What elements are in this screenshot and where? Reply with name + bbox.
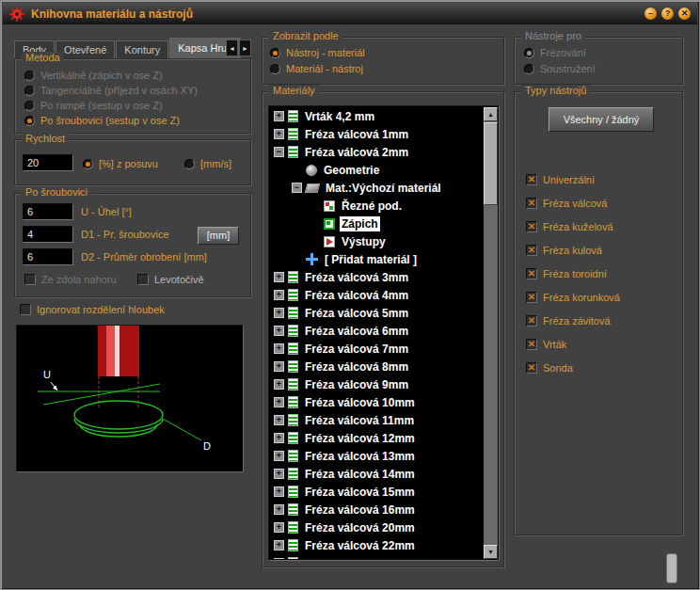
radio-soustruzeni[interactable]: Soustružení	[524, 62, 596, 75]
expand-icon[interactable]: +	[274, 272, 284, 282]
radio-frezovani[interactable]: Frézování	[524, 46, 586, 59]
expand-icon[interactable]: +	[274, 433, 284, 443]
radio-material-nastroj[interactable]: Materiál - nástroj	[270, 62, 363, 75]
expand-icon[interactable]: +	[274, 397, 284, 407]
collapse-icon[interactable]: −	[292, 183, 302, 193]
radio-vertikalne[interactable]: Vertikálně (zápich v ose Z)	[24, 69, 163, 82]
scroll-down-icon[interactable]: ▼	[484, 545, 498, 559]
speed-input[interactable]	[23, 154, 73, 171]
help-button[interactable]: ?	[661, 8, 674, 20]
expand-icon[interactable]: +	[274, 326, 284, 336]
checkbox-icon[interactable]: ✕	[526, 245, 537, 256]
tree-item-zapich[interactable]: Zápich	[270, 215, 484, 232]
materials-scrollbar[interactable]: ▲ ▼	[484, 107, 498, 559]
expand-icon[interactable]: +	[274, 558, 284, 559]
u-angle-input[interactable]	[23, 203, 73, 220]
expand-icon[interactable]: +	[274, 308, 284, 318]
tool-type-vrtak[interactable]: ✕Vrták	[526, 338, 620, 350]
tree-item-freza-valcova-12mm[interactable]: +Fréza válcová 12mm	[270, 429, 484, 447]
tree-item-freza-valcova-24mm[interactable]: +Fréza válcová 24mm	[270, 554, 484, 559]
checkbox-icon[interactable]: ✕	[526, 315, 537, 327]
tab-kontury[interactable]: Kontury	[116, 40, 168, 58]
expand-icon[interactable]: +	[274, 504, 284, 515]
tree-item-freza-valcova-14mm[interactable]: +Fréza válcová 14mm	[270, 465, 484, 483]
tree-item-freza-valcova-13mm[interactable]: +Fréza válcová 13mm	[270, 447, 484, 465]
radio-tangencialne[interactable]: Tangenciálně (příjezd v osách XY)	[24, 84, 198, 97]
tree-item-freza-valcova-22mm[interactable]: +Fréza válcová 22mm	[270, 536, 484, 554]
tree-item-freza-valcova-10mm[interactable]: +Fréza válcová 10mm	[270, 393, 484, 411]
close-button[interactable]: ✕	[678, 8, 691, 20]
tab-scroll-left-button[interactable]: ◄	[226, 40, 238, 56]
tool-type-univerzalni[interactable]: ✕Univerzální	[526, 173, 620, 185]
expand-icon[interactable]: +	[274, 129, 284, 139]
expand-icon[interactable]: +	[274, 469, 284, 479]
tree-item-freza-valcova-1mm[interactable]: +Fréza válcová 1mm	[270, 125, 484, 143]
mm-button[interactable]: [mm]	[198, 227, 239, 245]
expand-icon[interactable]: +	[274, 522, 284, 533]
checkbox-icon[interactable]	[24, 274, 36, 285]
checkbox-ignorovat-rozdeleni[interactable]: Ignorovat rozdělení hloubek	[20, 304, 165, 315]
checkbox-icon[interactable]	[20, 304, 31, 315]
checkbox-icon[interactable]: ✕	[526, 362, 537, 374]
checkbox-icon[interactable]	[137, 274, 149, 285]
tool-type-freza-kulova[interactable]: ✕Fréza kulová	[526, 244, 620, 256]
radio-po-rampe[interactable]: Po rampě (sestup v ose Z)	[24, 99, 163, 112]
tree-item-vrtak-4-2-mm[interactable]: +Vrták 4,2 mm	[270, 107, 484, 125]
tool-type-freza-toroidni[interactable]: ✕Fréza toroidní	[526, 267, 620, 279]
tool-type-freza-korunkova[interactable]: ✕Fréza korunková	[526, 291, 620, 303]
collapse-icon[interactable]: −	[274, 147, 284, 157]
radio-mm-s[interactable]: [mm/s]	[184, 157, 231, 170]
tree-item-freza-valcova-7mm[interactable]: +Fréza válcová 7mm	[270, 340, 484, 358]
radio-percent-posuvu[interactable]: [%] z posuvu	[83, 157, 158, 170]
tab-otevrene[interactable]: Otevřené	[56, 40, 115, 58]
tab-scroll-right-button[interactable]: ►	[239, 40, 251, 56]
tree-item-rezne-pod[interactable]: Řezné pod.	[270, 197, 484, 215]
checkbox-ze-zdola-nahoru[interactable]: Ze zdola nahoru	[24, 274, 117, 285]
tree-item-freza-valcova-20mm[interactable]: +Fréza válcová 20mm	[270, 518, 484, 536]
expand-icon[interactable]: +	[274, 379, 284, 390]
tree-item-freza-valcova-4mm[interactable]: +Fréza válcová 4mm	[270, 286, 484, 304]
tree-item-pridat-material[interactable]: [ Přidat materiál ]	[270, 250, 484, 268]
expand-icon[interactable]: +	[274, 343, 284, 354]
titlebar[interactable]: Knihovna materiálu a nástrojů – ? ✕	[3, 3, 697, 24]
checkbox-icon[interactable]: ✕	[526, 198, 537, 209]
expand-icon[interactable]: +	[274, 451, 284, 461]
tool-type-freza-valcova[interactable]: ✕Fréza válcová	[526, 197, 620, 209]
tree-item-vystupy[interactable]: Výstupy	[270, 232, 484, 250]
tree-item-freza-valcova-2mm[interactable]: −Fréza válcová 2mm	[270, 143, 484, 161]
d1-input[interactable]	[23, 226, 73, 243]
expand-icon[interactable]: +	[274, 486, 284, 497]
tool-type-freza-zavitova[interactable]: ✕Fréza závitová	[526, 314, 620, 327]
all-none-button[interactable]: Všechny / žádný	[549, 107, 654, 132]
d2-input[interactable]	[23, 248, 73, 265]
expand-icon[interactable]: +	[274, 111, 284, 121]
expand-icon[interactable]: +	[274, 361, 284, 372]
tree-item-freza-valcova-3mm[interactable]: +Fréza válcová 3mm	[270, 268, 484, 286]
tree-item-freza-valcova-9mm[interactable]: +Fréza válcová 9mm	[270, 375, 484, 393]
tree-item-mat-vychozi-material[interactable]: −Mat.:Výchozí materiál	[270, 179, 484, 197]
expand-icon[interactable]: +	[274, 290, 284, 300]
checkbox-icon[interactable]: ✕	[526, 339, 537, 350]
window-resize-handle[interactable]	[666, 553, 677, 583]
checkbox-icon[interactable]: ✕	[526, 292, 537, 303]
tool-type-freza-kuzelova[interactable]: ✕Fréza kuželová	[526, 220, 620, 232]
tree-item-freza-valcova-11mm[interactable]: +Fréza válcová 11mm	[270, 411, 484, 429]
checkbox-icon[interactable]: ✕	[526, 174, 537, 185]
checkbox-levotocive[interactable]: Levotočivě	[137, 274, 204, 285]
tool-type-sonda[interactable]: ✕Sonda	[526, 361, 620, 374]
tree-item-freza-valcova-5mm[interactable]: +Fréza válcová 5mm	[270, 304, 484, 322]
scrollbar-thumb[interactable]	[484, 122, 498, 205]
checkbox-icon[interactable]: ✕	[526, 221, 537, 232]
tree-item-freza-valcova-6mm[interactable]: +Fréza válcová 6mm	[270, 322, 484, 340]
minimize-button[interactable]: –	[644, 8, 657, 20]
radio-po-sroubovici[interactable]: Po šroubovici (sestup v ose Z)	[24, 114, 180, 127]
tree-item-geometrie[interactable]: Geometrie	[270, 161, 484, 179]
tree-item-freza-valcova-16mm[interactable]: +Fréza válcová 16mm	[270, 501, 484, 518]
tree-item-freza-valcova-8mm[interactable]: +Fréza válcová 8mm	[270, 358, 484, 375]
radio-nastroj-material[interactable]: Nástroj - materiál	[270, 46, 365, 59]
checkbox-icon[interactable]: ✕	[526, 268, 537, 279]
expand-icon[interactable]: +	[274, 415, 284, 425]
expand-icon[interactable]: +	[274, 540, 284, 550]
tree-item-freza-valcova-15mm[interactable]: +Fréza válcová 15mm	[270, 483, 484, 501]
scroll-up-icon[interactable]: ▲	[484, 107, 498, 121]
